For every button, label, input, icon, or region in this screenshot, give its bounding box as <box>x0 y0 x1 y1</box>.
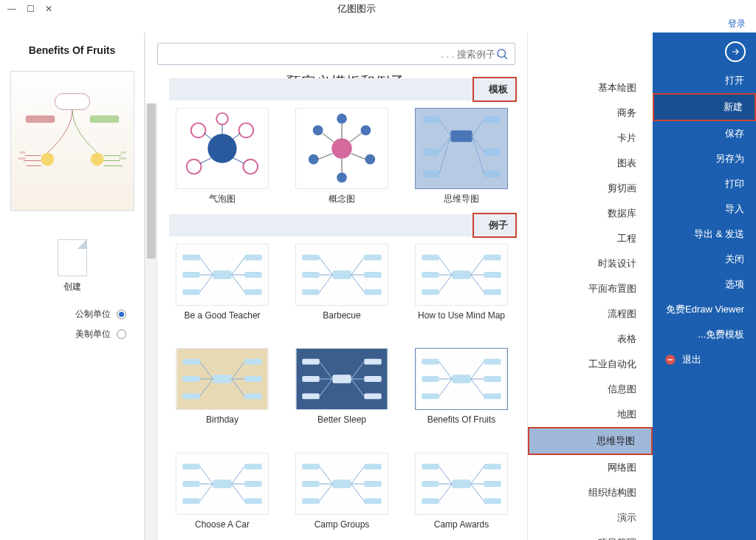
category-item[interactable]: 表格 <box>528 327 653 352</box>
radio-us[interactable]: 美制单位 <box>75 328 126 341</box>
svg-rect-8 <box>423 170 439 177</box>
file-menu-item[interactable]: 新建 <box>653 93 756 121</box>
category-item[interactable]: 工程 <box>528 226 653 251</box>
svg-point-10 <box>331 138 351 158</box>
category-item[interactable]: 基本绘图 <box>528 75 653 100</box>
svg-rect-68 <box>244 359 261 365</box>
maximize-button[interactable]: ☐ <box>27 4 35 14</box>
category-item[interactable]: 地图 <box>528 402 653 427</box>
svg-point-19 <box>239 123 254 138</box>
minimize-button[interactable]: — <box>7 4 16 14</box>
category-item[interactable]: 思维导图 <box>528 427 653 455</box>
exit-icon <box>664 354 676 366</box>
example-tile[interactable]: Camp Groups <box>295 453 388 531</box>
file-menu-item[interactable]: 免费模板... <box>653 322 756 347</box>
svg-rect-36 <box>364 254 381 260</box>
svg-rect-69 <box>244 376 261 382</box>
example-tile[interactable]: Better Sleep <box>295 348 388 426</box>
template-tile[interactable]: 气泡图 <box>176 108 269 205</box>
scrollbar-thumb[interactable] <box>147 103 156 259</box>
svg-rect-92 <box>244 463 261 469</box>
category-item[interactable]: 商务 <box>528 100 653 126</box>
svg-text:xxxx: xxxx <box>119 157 126 160</box>
create-button[interactable]: 创建 <box>46 239 99 293</box>
radio-metric[interactable]: 公制单位 <box>75 308 126 321</box>
example-tile[interactable]: Be a Good Teacher <box>176 244 269 322</box>
example-thumb <box>415 348 508 410</box>
svg-point-16 <box>337 114 347 124</box>
example-tile[interactable]: Barbecue <box>295 244 388 322</box>
category-item[interactable]: 图表 <box>528 151 653 176</box>
svg-rect-5 <box>484 116 500 123</box>
file-menu-item[interactable]: 退出 <box>653 347 756 372</box>
search-input[interactable] <box>164 49 495 60</box>
example-tile[interactable]: Benefits Of Fruits <box>415 348 508 426</box>
new-doc-icon <box>58 239 87 276</box>
category-item[interactable]: 网络图 <box>528 455 653 480</box>
template-thumb <box>295 108 388 189</box>
category-item[interactable]: 演示 <box>528 505 653 530</box>
svg-text:xxxx: xxxx <box>18 157 26 160</box>
svg-point-97 <box>91 153 104 166</box>
category-item[interactable]: 时装设计 <box>528 251 653 276</box>
category-item[interactable]: 流程图 <box>528 301 653 327</box>
svg-rect-6 <box>423 148 439 156</box>
scrollbar[interactable] <box>145 103 157 540</box>
svg-rect-33 <box>302 254 319 260</box>
svg-rect-80 <box>332 479 351 488</box>
svg-point-2 <box>498 49 506 58</box>
back-arrow-icon[interactable] <box>725 41 746 62</box>
example-tile[interactable]: Camp Awards <box>415 453 508 531</box>
svg-point-12 <box>361 126 371 136</box>
category-item[interactable]: 剪切画 <box>528 176 653 201</box>
example-caption: Barbecue <box>323 310 360 322</box>
svg-point-13 <box>309 154 319 165</box>
svg-text:xxx: xxx <box>20 151 26 154</box>
example-tile[interactable]: Choose A Car <box>176 453 269 531</box>
svg-rect-78 <box>484 498 501 504</box>
svg-point-15 <box>337 172 347 182</box>
svg-rect-93 <box>244 481 261 487</box>
category-item[interactable]: 卡片 <box>528 126 653 151</box>
svg-rect-73 <box>422 463 439 469</box>
example-tile[interactable]: How to Use Mind Map <box>415 244 508 322</box>
file-menu-item[interactable]: 免费Edraw Viewer <box>653 297 756 322</box>
search-icon <box>495 47 509 61</box>
example-caption: Camp Groups <box>315 519 370 531</box>
file-menu-item[interactable]: 关闭 <box>653 247 756 272</box>
svg-rect-46 <box>244 289 261 295</box>
section-examples-header: 例子 <box>169 214 515 236</box>
category-item[interactable]: 平面布置图 <box>528 276 653 301</box>
search-box[interactable] <box>157 43 515 65</box>
svg-rect-45 <box>244 272 261 278</box>
radio-icon <box>117 310 126 319</box>
category-item[interactable]: 项目管理 <box>528 530 653 540</box>
file-menu-item[interactable]: 选项 <box>653 272 756 297</box>
svg-rect-37 <box>364 272 381 278</box>
template-caption: 气泡图 <box>209 194 236 205</box>
file-menu-item[interactable]: 另存为 <box>653 146 756 171</box>
svg-rect-83 <box>302 498 319 504</box>
category-item[interactable]: 信息图 <box>528 377 653 402</box>
file-menu-item[interactable]: 导入 <box>653 196 756 222</box>
category-item[interactable]: 数据库 <box>528 201 653 226</box>
svg-rect-4 <box>423 116 439 123</box>
svg-rect-56 <box>332 375 351 383</box>
file-menu-item[interactable]: 打开 <box>653 68 756 93</box>
template-tile[interactable]: 概念图 <box>295 108 388 205</box>
file-menu-item[interactable]: 导出 & 发送 <box>653 222 756 247</box>
svg-rect-25 <box>422 254 439 260</box>
close-button[interactable]: ✕ <box>45 4 52 14</box>
template-tile[interactable]: 思维导图 <box>415 108 508 205</box>
svg-rect-52 <box>484 359 501 365</box>
example-tile[interactable]: Birthday <box>176 348 269 426</box>
svg-rect-70 <box>244 394 261 400</box>
login-link[interactable]: 登录 <box>728 18 746 29</box>
file-menu-item[interactable]: 打印 <box>653 171 756 196</box>
category-item[interactable]: 工业自动化 <box>528 352 653 377</box>
svg-rect-90 <box>182 481 199 487</box>
file-menu-item[interactable]: 保存 <box>653 121 756 146</box>
svg-point-14 <box>365 154 375 165</box>
svg-rect-49 <box>422 359 439 365</box>
category-item[interactable]: 组织结构图 <box>528 480 653 505</box>
